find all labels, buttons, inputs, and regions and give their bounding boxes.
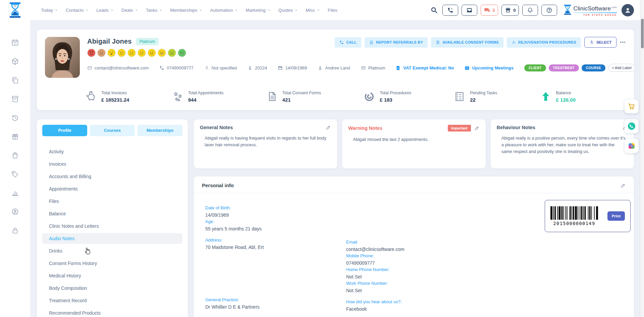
- more-options-button[interactable]: •••: [620, 40, 626, 45]
- pencil-icon[interactable]: [474, 125, 480, 131]
- nav-item-quotes[interactable]: Quotes: [278, 8, 298, 13]
- floating-button[interactable]: [625, 119, 639, 133]
- stat-label: Total Procedures: [380, 91, 411, 95]
- dialer-button[interactable]: [442, 5, 458, 16]
- tab-memberships[interactable]: Memberships: [138, 125, 182, 136]
- notifications-button[interactable]: [522, 5, 538, 16]
- label-pill-course[interactable]: COURSE: [582, 64, 605, 71]
- package-icon[interactable]: [11, 57, 19, 65]
- bag-icon[interactable]: [11, 151, 19, 159]
- emoji-frown-icon[interactable]: [127, 49, 136, 57]
- nav-item-today[interactable]: Today: [41, 8, 58, 13]
- info-field-label: General Practice:: [205, 297, 346, 303]
- contact-chip[interactable]: 12 Upcoming Meetings: [465, 65, 514, 70]
- clinicsoftware-brand[interactable]: ClinicSoftware.com TEN STEPS AHEAD: [563, 4, 617, 16]
- vertical-scrollbar[interactable]: [640, 0, 644, 317]
- contact-chip[interactable]: 07490009777: [159, 65, 194, 70]
- action-button-report-referrals-by[interactable]: REPORT REFERRALS BY: [365, 37, 428, 48]
- help-button[interactable]: [541, 5, 557, 16]
- search-icon[interactable]: [430, 6, 438, 14]
- print-barcode-button[interactable]: Print: [607, 211, 625, 221]
- nav-item-contacts[interactable]: Contacts: [66, 8, 89, 13]
- menu-item-treatment-record[interactable]: Treatment Record: [42, 295, 182, 306]
- menu-item-accounts-and-billing[interactable]: Accounts and Billing: [42, 171, 182, 182]
- emoji-frown-icon[interactable]: [97, 49, 106, 57]
- emoji-neutral-icon[interactable]: [117, 49, 126, 57]
- menu-item-clinic-notes-and-letters[interactable]: Clinic Notes and Letters: [42, 221, 182, 231]
- select-button[interactable]: SELECT: [584, 37, 616, 48]
- client-photo[interactable]: [45, 37, 80, 78]
- nav-item-tasks[interactable]: Tasks: [146, 8, 163, 13]
- chat-button[interactable]: 3: [481, 5, 498, 16]
- pencil-icon[interactable]: [621, 183, 626, 188]
- menu-item-audio-notes[interactable]: Audio Notes: [42, 233, 182, 244]
- menu-item-activity[interactable]: Activity: [42, 146, 182, 157]
- copy-icon[interactable]: [11, 76, 19, 84]
- menu-item-consent-forms-history[interactable]: Consent Forms History: [42, 258, 182, 269]
- menu-item-balance[interactable]: Balance: [42, 208, 182, 219]
- menu-item-appointments[interactable]: Appointments: [42, 183, 182, 194]
- nav-item-automation[interactable]: Automation: [210, 8, 238, 13]
- contact-chip[interactable]: contact@clinicsoftware.com: [87, 65, 149, 70]
- inbox-button[interactable]: [462, 5, 477, 16]
- history-icon[interactable]: [11, 114, 19, 122]
- chevron-down-icon: [199, 8, 202, 12]
- stat-label: Total Consent Forms: [282, 91, 321, 95]
- box-icon[interactable]: [11, 95, 19, 103]
- contact-chip[interactable]: Not specified: [204, 65, 237, 70]
- emoji-neutral-icon[interactable]: [138, 49, 146, 57]
- nav-item-leads[interactable]: Leads: [96, 8, 114, 13]
- add-label-button[interactable]: + Add Label: [608, 64, 635, 72]
- support-icon[interactable]: [11, 208, 19, 216]
- nav-item-marketing[interactable]: Marketing: [246, 8, 270, 13]
- emoji-open-frown-icon[interactable]: [107, 49, 116, 57]
- action-button-rejuvenation-procedures[interactable]: REJUVENATION PROCEDURES: [507, 37, 581, 48]
- user-avatar[interactable]: [622, 4, 634, 16]
- scrollbar-thumb[interactable]: [641, 19, 644, 48]
- tier-badge: Platinum: [136, 38, 159, 45]
- emoji-grin-icon[interactable]: [178, 49, 186, 57]
- tag-icon[interactable]: [11, 170, 19, 178]
- contact-chip[interactable]: VAT Exempt Medical: No: [396, 65, 454, 70]
- satisfaction-emoji-scale[interactable]: [87, 49, 626, 57]
- action-button-call[interactable]: CALL: [335, 37, 361, 48]
- label-pill-client[interactable]: CLIENT: [524, 64, 546, 71]
- nav-item-misc[interactable]: Misc: [306, 8, 320, 13]
- emoji-smile-icon[interactable]: [148, 49, 156, 57]
- contact-chip[interactable]: Andree Land: [318, 65, 350, 70]
- inbox-icon: [466, 7, 473, 13]
- app-logo[interactable]: [0, 2, 30, 18]
- tab-courses[interactable]: Courses: [90, 125, 135, 136]
- gift-icon[interactable]: [11, 133, 19, 141]
- menu-item-medical-history[interactable]: Medical History: [42, 270, 182, 281]
- calendar12-icon[interactable]: 12: [11, 39, 19, 47]
- action-button-available-consent-forms[interactable]: AVAILABLE CONSENT FORMS: [431, 37, 503, 48]
- barcode: [550, 206, 598, 220]
- chevron-down-icon: [110, 8, 114, 12]
- contact-chip[interactable]: 14/09/1969: [278, 65, 307, 70]
- floating-button[interactable]: [625, 99, 639, 113]
- menu-item-invoices[interactable]: Invoices: [42, 159, 182, 169]
- shop-button[interactable]: 0: [501, 5, 519, 16]
- nav-item-files[interactable]: Files: [328, 8, 337, 13]
- tab-profile[interactable]: Profile: [42, 125, 87, 136]
- menu-item-drinks[interactable]: Drinks: [42, 246, 182, 256]
- floating-button[interactable]: AI: [625, 139, 639, 153]
- personal-info-card: Personal info Date of Birth: 14/09/1969 …: [194, 176, 634, 317]
- nav-item-memberships[interactable]: Memberships: [170, 8, 202, 13]
- contact-chip[interactable]: 20224: [248, 65, 267, 70]
- lock-icon[interactable]: [11, 226, 19, 234]
- emoji-smile-icon[interactable]: [168, 49, 176, 57]
- label-pill-treatment[interactable]: TREATMENT: [549, 64, 579, 71]
- emoji-angry-icon[interactable]: [87, 49, 96, 57]
- bar-chart-icon[interactable]: [11, 189, 19, 197]
- menu-item-files[interactable]: Files: [42, 196, 182, 207]
- emoji-grin-icon[interactable]: [158, 49, 166, 57]
- menu-item-body-composition[interactable]: Body Composition: [42, 283, 182, 294]
- nav-item-deals[interactable]: Deals: [121, 8, 138, 13]
- pencil-icon[interactable]: [326, 125, 331, 130]
- contact-chip-text: 14/09/1969: [285, 65, 307, 70]
- phone-icon: [339, 40, 344, 45]
- contact-chip[interactable]: Platinum: [361, 65, 385, 70]
- menu-item-recommended-products[interactable]: Recommended Products: [42, 308, 182, 317]
